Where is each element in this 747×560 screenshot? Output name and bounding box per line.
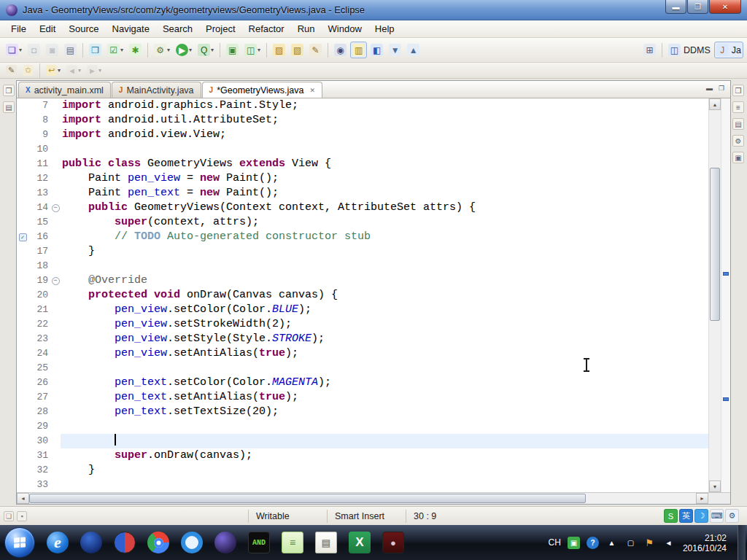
- restore-panel-icon[interactable]: ❐: [3, 85, 15, 96]
- print-button[interactable]: ▤: [62, 42, 79, 58]
- eclipse-taskbar-icon[interactable]: [211, 528, 240, 557]
- prev-annotation-button[interactable]: ▲: [405, 42, 422, 58]
- run-button[interactable]: ▶▾: [174, 42, 194, 58]
- code-line[interactable]: 10: [17, 142, 708, 157]
- occurrence-mark-icon[interactable]: [723, 397, 729, 401]
- fast-view-icon[interactable]: ❏: [4, 511, 14, 521]
- android-virtual-device-button[interactable]: ◫▾: [242, 42, 263, 58]
- edit-pencil-button[interactable]: ✎: [307, 42, 324, 58]
- annotation-pencil-button[interactable]: ✎: [4, 63, 19, 78]
- action-center-icon[interactable]: ⚑: [643, 537, 656, 549]
- code-line[interactable]: 29: [17, 419, 708, 434]
- dropdown-caret-icon[interactable]: ▾: [258, 47, 260, 53]
- ring-app-icon[interactable]: [177, 528, 206, 557]
- dropdown-caret-icon[interactable]: ▾: [78, 67, 81, 74]
- occurrence-mark-icon[interactable]: [723, 272, 729, 276]
- code-line[interactable]: 13 Paint pen_text = new Paint();: [17, 186, 708, 201]
- network-icon[interactable]: ▢: [624, 537, 637, 549]
- menu-item-refactor[interactable]: Refactor: [242, 21, 291, 36]
- dropdown-caret-icon[interactable]: ▾: [167, 47, 170, 53]
- horizontal-scrollbar[interactable]: ◄ ►: [17, 492, 730, 504]
- code-line[interactable]: 23 pen_view.setStyle(Style.STROKE);: [17, 332, 708, 346]
- import-folder-button[interactable]: ▧: [289, 42, 306, 58]
- tray-help-icon[interactable]: ?: [587, 537, 599, 549]
- ime-moon-icon[interactable]: ☽: [694, 509, 708, 523]
- code-line[interactable]: 18: [17, 259, 708, 273]
- volume-icon[interactable]: ◄: [662, 537, 675, 549]
- code-line[interactable]: 27 pen_text.setAntiAlias(true);: [17, 390, 708, 405]
- dropdown-caret-icon[interactable]: ▾: [189, 47, 192, 53]
- back-button[interactable]: ◄▾: [64, 63, 83, 78]
- open-perspective-button[interactable]: ⊞: [641, 42, 658, 58]
- horizontal-scroll-thumb[interactable]: [29, 494, 586, 503]
- code-line[interactable]: 28 pen_text.setTextSize(20);: [17, 405, 708, 419]
- browser-dark-icon[interactable]: [77, 528, 106, 557]
- tray-green-icon[interactable]: ▣: [568, 537, 580, 549]
- last-edit-location-button[interactable]: ◧: [368, 42, 385, 58]
- dropdown-caret-icon[interactable]: ▾: [120, 47, 123, 53]
- next-annotation-button[interactable]: ▼: [387, 42, 403, 58]
- vertical-scroll-thumb[interactable]: [710, 168, 720, 321]
- code-line[interactable]: 22 pen_view.setStrokeWidth(2);: [17, 317, 708, 332]
- menu-item-project[interactable]: Project: [199, 21, 241, 36]
- android-tool-icon[interactable]: AND: [244, 528, 274, 557]
- start-button[interactable]: [4, 527, 35, 558]
- code-line[interactable]: 20 protected void onDraw(Canvas canvas) …: [17, 288, 708, 303]
- trim-stack-icon[interactable]: ▪: [17, 511, 27, 521]
- code-line[interactable]: 32 }: [17, 463, 708, 478]
- forward-button[interactable]: ►▾: [85, 63, 104, 78]
- collapse-fold-icon[interactable]: −: [52, 277, 60, 285]
- code-line[interactable]: 14− public GeometryViews(Context context…: [17, 201, 708, 215]
- close-tab-icon[interactable]: ✕: [309, 87, 315, 94]
- menu-item-help[interactable]: Help: [368, 21, 401, 36]
- new-java-item-button[interactable]: ❒: [87, 42, 104, 58]
- java-perspective-button[interactable]: JJa: [714, 42, 743, 58]
- code-line[interactable]: 17 }: [17, 244, 708, 259]
- package-explorer-icon[interactable]: ▤: [3, 101, 15, 113]
- tab-activity-main-xml[interactable]: Xactivity_main.xml: [18, 82, 111, 98]
- ie-icon[interactable]: e: [43, 528, 72, 557]
- outline-icon[interactable]: ≡: [732, 101, 744, 113]
- dropdown-caret-icon[interactable]: ▾: [98, 67, 101, 74]
- orb-app-icon[interactable]: [110, 528, 139, 557]
- collapse-fold-icon[interactable]: −: [52, 204, 60, 212]
- menu-item-edit[interactable]: Edit: [33, 21, 62, 36]
- menu-item-source[interactable]: Source: [62, 21, 105, 36]
- close-button[interactable]: ✕: [709, 0, 741, 14]
- vertical-scrollbar[interactable]: ▲ ▼: [708, 98, 721, 492]
- ddms-perspective-button[interactable]: ◫DDMS: [666, 42, 713, 58]
- save-button[interactable]: ◘: [26, 42, 42, 58]
- tab--geometryviews-java[interactable]: J*GeometryViews.java✕: [202, 82, 322, 98]
- maximize-editor-icon[interactable]: ❐: [719, 85, 724, 92]
- code-line[interactable]: 12 Paint pen_view = new Paint();: [17, 171, 708, 186]
- ime-ch-indicator[interactable]: CH: [549, 537, 561, 548]
- save-all-button[interactable]: ◙: [44, 42, 61, 58]
- code-line[interactable]: 24 pen_view.setAntiAlias(true);: [17, 346, 708, 361]
- code-line[interactable]: 26 pen_text.setColor(Color.MAGENTA);: [17, 376, 708, 390]
- new-wizard-button[interactable]: ❏▾: [4, 42, 24, 58]
- scroll-up-icon[interactable]: ▲: [709, 98, 721, 110]
- android-sdk-manager-button[interactable]: ▣: [224, 42, 241, 58]
- task-list-icon[interactable]: ▤: [732, 118, 744, 130]
- code-line[interactable]: 8import android.util.AttributeSet;: [17, 113, 708, 128]
- checkbox-dropdown-button[interactable]: ☑▾: [105, 42, 125, 58]
- chrome-icon[interactable]: [144, 528, 173, 557]
- scroll-left-icon[interactable]: ◄: [17, 493, 29, 504]
- minimize-button[interactable]: ▬: [665, 0, 686, 14]
- code-line[interactable]: 15 super(context, attrs);: [17, 215, 708, 230]
- scroll-right-icon[interactable]: ►: [696, 493, 708, 504]
- taskbar-clock[interactable]: 21:02 2016/10/24: [681, 532, 731, 553]
- restore-panel-icon[interactable]: ❐: [732, 85, 744, 96]
- open-folder-button[interactable]: ▨: [271, 42, 287, 58]
- show-desktop-button[interactable]: [738, 525, 746, 560]
- ime-keyboard-icon[interactable]: ⌨: [710, 509, 724, 523]
- code-editor[interactable]: 7import android.graphics.Paint.Style;8im…: [17, 98, 708, 492]
- notepad-icon[interactable]: ▤: [311, 528, 341, 557]
- favorites-star-button[interactable]: ✩: [20, 63, 36, 78]
- sogou-icon[interactable]: S: [664, 509, 678, 523]
- debug-button[interactable]: ⚙▾: [152, 42, 172, 58]
- title-bar[interactable]: Java - GeometryViews/src/com/zyk/geometr…: [0, 0, 747, 20]
- code-line[interactable]: 25: [17, 361, 708, 376]
- code-line[interactable]: 31 super.onDraw(canvas);: [17, 448, 708, 463]
- code-line[interactable]: 33: [17, 478, 708, 492]
